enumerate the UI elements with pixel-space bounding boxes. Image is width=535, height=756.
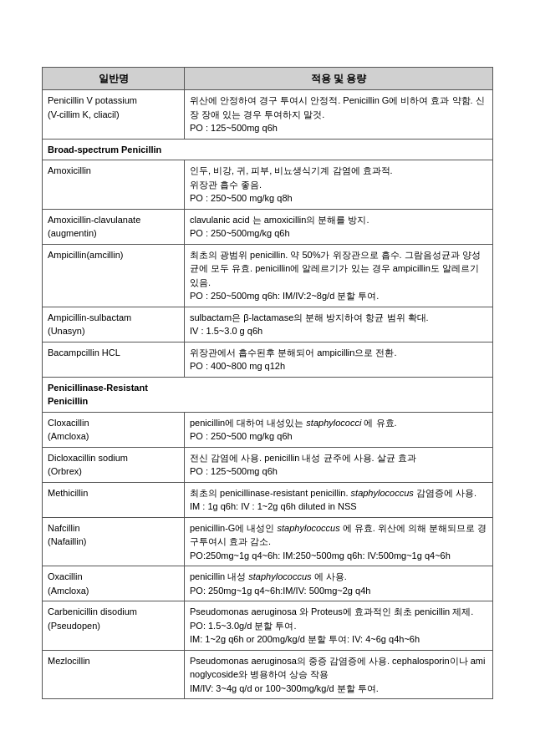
drug-desc: sulbactam은 β-lactamase의 분해 방지하여 항균 범위 확대…: [185, 307, 493, 342]
drug-desc: penicillin에 대하여 내성있는 staphylococci 에 유효.…: [185, 412, 493, 447]
table-row: Oxacillin(Amcloxa)penicillin 내성 staphylo…: [43, 566, 493, 601]
page-container: 일반명 적용 및 용량 Penicillin V potassium(V-cil…: [17, 17, 518, 724]
drug-name: Bacampcillin HCL: [43, 342, 185, 377]
drug-desc: 위산에 안정하여 경구 투여시 안정적. Penicillin G에 비하여 효…: [185, 90, 493, 140]
header-col2: 적용 및 용량: [185, 68, 493, 90]
drug-desc: 전신 감염에 사용. penicillin 내성 균주에 사용. 살균 효과PO…: [185, 447, 493, 482]
drug-desc: clavulanic acid 는 amoxicillin의 분해를 방지.PO…: [185, 209, 493, 244]
drug-desc: Pseudomonas aeruginosa 와 Proteus에 효과적인 최…: [185, 601, 493, 651]
drug-name: Oxacillin(Amcloxa): [43, 566, 185, 601]
drug-name: Nafcillin(Nafaillin): [43, 517, 185, 566]
table-row: Methicillin최초의 penicillinase-resistant p…: [43, 482, 493, 517]
drug-name: Mezlocillin: [43, 650, 185, 699]
drug-name: Penicillin V potassium(V-cillim K, cliac…: [43, 90, 185, 140]
header-col1: 일반명: [43, 68, 185, 90]
table-row: Penicillinase-ResistantPenicillin: [43, 377, 493, 412]
drug-name: Amoxicillin: [43, 160, 185, 210]
drug-desc: 최초의 penicillinase-resistant penicillin. …: [185, 482, 493, 517]
drug-name: Ampicillin(amcillin): [43, 244, 185, 307]
drug-name: Carbenicillin disodium(Pseudopen): [43, 601, 185, 651]
table-row: Cloxacillin(Amcloxa)penicillin에 대하여 내성있는…: [43, 412, 493, 447]
drug-name: Dicloxacillin sodium(Orbrex): [43, 447, 185, 482]
drug-name: Cloxacillin(Amcloxa): [43, 412, 185, 447]
drug-name: Ampicillin-sulbactam(Unasyn): [43, 307, 185, 342]
drug-name: Amoxicillin-clavulanate(augmentin): [43, 209, 185, 244]
table-row: Carbenicillin disodium(Pseudopen)Pseudom…: [43, 601, 493, 651]
drug-desc: penicillin 내성 staphylococcus 에 사용.PO: 25…: [185, 566, 493, 601]
drug-desc: 최초의 광범위 penicillin. 약 50%가 위장관으로 흡수. 그람음…: [185, 244, 493, 307]
drug-name: Methicillin: [43, 482, 185, 517]
table-row: Amoxicillin인두, 비강, 귀, 피부, 비뇨생식기계 감염에 효과적…: [43, 160, 493, 210]
section-header: Penicillinase-ResistantPenicillin: [43, 377, 493, 412]
section-header: Broad-spectrum Penicillin: [43, 139, 493, 160]
drug-desc: 위장관에서 흡수된후 분해되어 ampicillin으로 전환.PO : 400…: [185, 342, 493, 377]
table-row: Ampicillin(amcillin)최초의 광범위 penicillin. …: [43, 244, 493, 307]
table-row: Ampicillin-sulbactam(Unasyn)sulbactam은 β…: [43, 307, 493, 342]
drug-table: 일반명 적용 및 용량 Penicillin V potassium(V-cil…: [42, 67, 493, 699]
table-row: Broad-spectrum Penicillin: [43, 139, 493, 160]
table-row: Dicloxacillin sodium(Orbrex)전신 감염에 사용. p…: [43, 447, 493, 482]
table-row: Nafcillin(Nafaillin)penicillin-G에 내성인 st…: [43, 517, 493, 566]
drug-desc: penicillin-G에 내성인 staphylococcus 에 유효. 위…: [185, 517, 493, 566]
table-row: MezlocillinPseudomonas aeruginosa의 중증 감염…: [43, 650, 493, 699]
table-row: Amoxicillin-clavulanate(augmentin)clavul…: [43, 209, 493, 244]
drug-desc: 인두, 비강, 귀, 피부, 비뇨생식기계 감염에 효과적.위장관 흡수 좋음.…: [185, 160, 493, 210]
drug-desc: Pseudomonas aeruginosa의 중증 감염증에 사용. ceph…: [185, 650, 493, 699]
table-row: Bacampcillin HCL위장관에서 흡수된후 분해되어 ampicill…: [43, 342, 493, 377]
table-row: Penicillin V potassium(V-cillim K, cliac…: [43, 90, 493, 140]
